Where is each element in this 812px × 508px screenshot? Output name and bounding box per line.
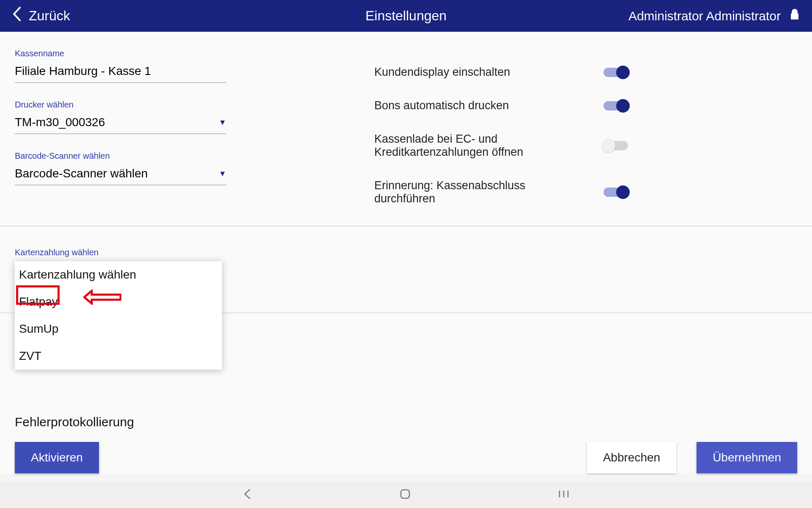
printer-field: Drucker wählen TM-m30_000326 ▼ <box>15 100 226 134</box>
barcode-select[interactable]: Barcode-Scanner wählen ▼ <box>15 164 226 185</box>
back-label: Zurück <box>29 8 70 24</box>
customer-display-row: Kundendisplay einschalten <box>374 66 628 79</box>
nav-back-icon[interactable] <box>242 488 252 502</box>
chevron-down-icon: ▼ <box>219 169 226 178</box>
page-title: Einstellungen <box>365 8 447 24</box>
reminder-close-row: Erinnerung: Kassenabschluss durchführen <box>374 179 628 205</box>
drawer-ec-row: Kassenlade bei EC- und Kreditkartenzahlu… <box>374 133 628 159</box>
register-name-input[interactable]: Filiale Hamburg - Kasse 1 <box>15 62 226 83</box>
card-payment-label: Kartenzahlung wählen <box>15 248 797 257</box>
dropdown-option-flatpay[interactable]: Flatpay <box>15 288 222 315</box>
dropdown-option-placeholder[interactable]: Kartenzahlung wählen <box>15 261 222 288</box>
printer-label: Drucker wählen <box>15 100 226 110</box>
dropdown-option-zvt[interactable]: ZVT <box>15 342 222 370</box>
error-logging-section: Fehlerprotokollierung Aktivieren Abbrech… <box>15 415 797 473</box>
nav-recent-icon[interactable] <box>558 489 570 501</box>
customer-display-toggle[interactable] <box>604 68 628 77</box>
activate-button[interactable]: Aktivieren <box>15 442 99 473</box>
customer-display-label: Kundendisplay einschalten <box>374 66 510 79</box>
card-payment-dropdown: Kartenzahlung wählen Flatpay SumUp ZVT <box>15 261 222 370</box>
svg-rect-0 <box>401 490 409 498</box>
drawer-ec-label: Kassenlade bei EC- und Kreditkartenzahlu… <box>374 133 543 159</box>
user-display: Administrator Administrator <box>628 8 799 23</box>
lock-icon[interactable] <box>790 8 799 23</box>
card-payment-section: Kartenzahlung wählen Kartenzahlung wähle… <box>15 226 797 257</box>
register-name-field: Kassenname Filiale Hamburg - Kasse 1 <box>15 49 226 83</box>
reminder-close-label: Erinnerung: Kassenabschluss durchführen <box>374 179 543 205</box>
dropdown-option-sumup[interactable]: SumUp <box>15 315 222 342</box>
chevron-down-icon: ▼ <box>219 118 226 127</box>
app-header: Zurück Einstellungen Administrator Admin… <box>0 0 812 32</box>
user-name: Administrator Administrator <box>628 9 781 23</box>
cancel-button[interactable]: Abbrechen <box>587 442 676 473</box>
error-logging-title: Fehlerprotokollierung <box>15 415 797 429</box>
barcode-field: Barcode-Scanner wählen Barcode-Scanner w… <box>15 151 226 185</box>
drawer-ec-toggle[interactable] <box>604 141 628 150</box>
android-nav-bar <box>0 481 812 508</box>
settings-content: Kassenname Filiale Hamburg - Kasse 1 Dru… <box>0 32 812 473</box>
register-name-label: Kassenname <box>15 49 226 58</box>
barcode-label: Barcode-Scanner wählen <box>15 151 226 161</box>
auto-print-label: Bons automatisch drucken <box>374 99 509 112</box>
nav-home-icon[interactable] <box>399 488 411 502</box>
auto-print-row: Bons automatisch drucken <box>374 99 628 112</box>
reminder-close-toggle[interactable] <box>604 188 628 197</box>
chevron-left-icon <box>13 7 21 25</box>
back-button[interactable]: Zurück <box>13 7 70 25</box>
auto-print-toggle[interactable] <box>604 101 628 110</box>
printer-select[interactable]: TM-m30_000326 ▼ <box>15 113 226 134</box>
apply-button[interactable]: Übernehmen <box>697 442 797 473</box>
